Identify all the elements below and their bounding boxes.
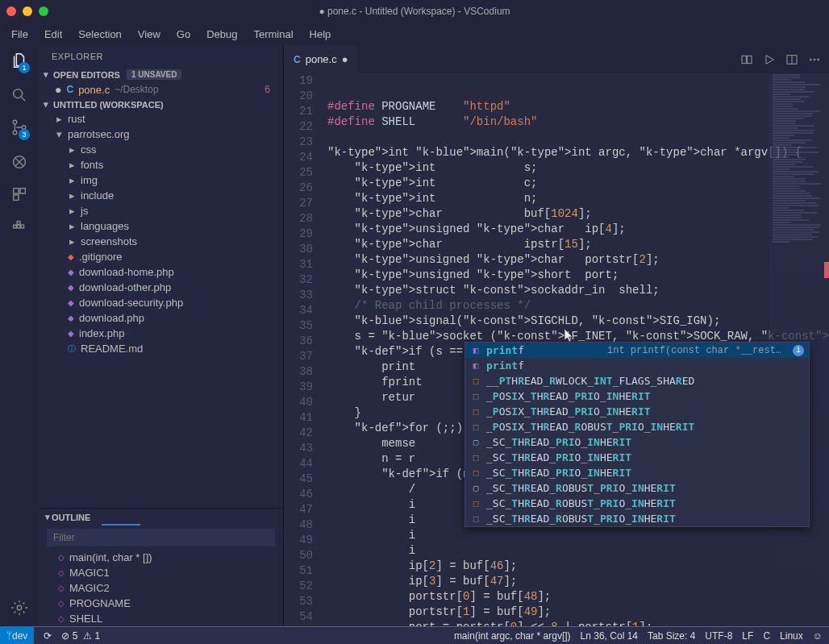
suggestion-item[interactable]: ⬚_POSIX_THREAD_ROBUST_PRIO_INHERIT bbox=[465, 419, 809, 434]
activity-scm[interactable]: 3 bbox=[10, 118, 28, 139]
outline-header[interactable]: ▾ OUTLINE bbox=[39, 509, 283, 526]
tree-item[interactable]: ◆.gitignore bbox=[39, 249, 283, 264]
code-line[interactable]: #define PROGNAME "httpd" bbox=[327, 99, 829, 114]
feedback-icon[interactable]: ☺ bbox=[813, 630, 823, 642]
outline-section: ▾ OUTLINE ◇main(int, char * [])◇MAGIC1◇M… bbox=[39, 508, 283, 626]
menu-go[interactable]: Go bbox=[170, 25, 197, 44]
code-line[interactable]: "k-type">unsigned "k-type">short port; bbox=[327, 268, 829, 283]
status-encoding[interactable]: UTF-8 bbox=[705, 630, 732, 642]
code-editor[interactable]: 1920212223242526272829303132333435363738… bbox=[284, 73, 829, 626]
open-editors-header[interactable]: ▾ OPEN EDITORS 1 UNSAVED bbox=[39, 68, 283, 81]
compare-icon[interactable] bbox=[740, 53, 753, 66]
menu-help[interactable]: Help bbox=[303, 25, 338, 44]
minimize-window-icon[interactable] bbox=[23, 6, 32, 16]
workspace-header[interactable]: ▾ UNTITLED (WORKSPACE) bbox=[39, 98, 283, 111]
suggestion-item[interactable]: ▢_SC_THREAD_PRIO_INHERIT bbox=[465, 434, 809, 450]
problems-indicator[interactable]: ⊘ 5 ⚠ 1 bbox=[61, 630, 100, 642]
tree-item[interactable]: ▸js bbox=[39, 203, 283, 218]
maximize-window-icon[interactable] bbox=[39, 6, 48, 16]
tree-item[interactable]: ◆download-home.php bbox=[39, 264, 283, 280]
extensions-icon[interactable] bbox=[10, 185, 28, 203]
suggest-widget[interactable]: ◧printfint printf(const char *__restrict… bbox=[464, 342, 810, 527]
branch-indicator[interactable]: ᛘ dev bbox=[0, 627, 34, 645]
run-icon[interactable] bbox=[763, 53, 776, 66]
code-line[interactable]: "k-type">char buf[1024]; bbox=[327, 206, 829, 222]
tree-item[interactable]: ▸screenshots bbox=[39, 234, 283, 249]
code-line[interactable]: ip[3] = buf[47]; bbox=[327, 574, 829, 589]
tree-item[interactable]: ▸languages bbox=[39, 218, 283, 234]
const-icon: ⬚ bbox=[470, 513, 481, 524]
code-content[interactable]: #define PROGNAME "httpd"#define SHELL "/… bbox=[327, 73, 829, 626]
outline-filter-input[interactable] bbox=[47, 529, 275, 546]
code-line[interactable]: "k-type">int s; bbox=[327, 160, 829, 176]
suggestion-item[interactable]: ◧printfint printf(const char *__restrict… bbox=[465, 343, 809, 358]
code-line[interactable]: "k-type">struct "k-const">sockaddr_in sh… bbox=[327, 283, 829, 298]
search-icon[interactable] bbox=[10, 86, 28, 104]
suggestion-item[interactable]: ⬚_POSIX_THREAD_PRIO_INHERIT bbox=[465, 388, 809, 404]
code-line[interactable]: portstr[1] = buf[49]; bbox=[327, 605, 829, 620]
code-line[interactable]: "k-type">char ipstr[15]; bbox=[327, 237, 829, 252]
menu-terminal[interactable]: Terminal bbox=[247, 25, 299, 44]
code-line[interactable]: ip[2] = buf[46]; bbox=[327, 559, 829, 574]
status-language[interactable]: C bbox=[763, 630, 770, 642]
suggestion-item[interactable]: ⬚_SC_THREAD_PRIO_INHERIT bbox=[465, 450, 809, 465]
code-line[interactable]: "k-type">unsigned "k-type">char ip[4]; bbox=[327, 222, 829, 237]
activity-explorer[interactable]: 1 bbox=[10, 52, 28, 72]
settings-gear-icon[interactable] bbox=[10, 599, 28, 617]
debug-icon[interactable] bbox=[10, 153, 28, 171]
more-icon[interactable] bbox=[808, 53, 821, 66]
tree-item[interactable]: ▸include bbox=[39, 188, 283, 203]
open-editor-item[interactable]: ● C pone.c ~/Desktop 6 bbox=[39, 81, 283, 98]
status-os[interactable]: Linux bbox=[780, 630, 803, 642]
tree-item[interactable]: ▸css bbox=[39, 142, 283, 157]
info-icon[interactable]: i bbox=[793, 345, 804, 356]
code-line[interactable]: "k-blue">signal("k-const">SIGCHLD, "k-co… bbox=[327, 314, 829, 329]
suggestion-item[interactable]: ◧printf bbox=[465, 358, 809, 373]
tree-item[interactable]: ▸fonts bbox=[39, 157, 283, 172]
tree-item[interactable]: ⓘREADME.md bbox=[39, 341, 283, 356]
tree-item[interactable]: ◆index.php bbox=[39, 326, 283, 341]
tree-item[interactable]: ◆download-other.php bbox=[39, 280, 283, 295]
outline-item[interactable]: ◇SHELL bbox=[39, 611, 283, 626]
suggestion-item[interactable]: ⬚_SC_THREAD_ROBUST_PRIO_INHERIT bbox=[465, 496, 809, 511]
suggestion-item[interactable]: ⬚_POSIX_THREAD_PRIO_INHERIT bbox=[465, 404, 809, 419]
suggestion-item[interactable]: ⬚_SC_THREAD_ROBUST_PRIO_INHERIT bbox=[465, 511, 809, 526]
tree-item[interactable]: ▾parrotsec.org bbox=[39, 127, 283, 142]
menu-selection[interactable]: Selection bbox=[72, 25, 127, 44]
menu-debug[interactable]: Debug bbox=[200, 25, 244, 44]
close-window-icon[interactable] bbox=[6, 6, 16, 16]
status-indent[interactable]: Tab Size: 4 bbox=[648, 630, 695, 642]
code-line[interactable] bbox=[327, 130, 829, 145]
tree-item[interactable]: ◆download.php bbox=[39, 310, 283, 326]
docker-icon[interactable] bbox=[10, 218, 28, 235]
code-line[interactable]: #define SHELL "/bin/bash" bbox=[327, 114, 829, 130]
tree-item[interactable]: ◆download-security.php bbox=[39, 295, 283, 310]
status-position[interactable]: Ln 36, Col 14 bbox=[581, 630, 638, 642]
menu-view[interactable]: View bbox=[131, 25, 167, 44]
code-line[interactable]: "k-type">unsigned "k-type">char portstr[… bbox=[327, 252, 829, 268]
code-line[interactable]: "k-type">int c; bbox=[327, 176, 829, 191]
tree-item[interactable]: ▸img bbox=[39, 172, 283, 188]
suggestion-item[interactable]: ▢_SC_THREAD_ROBUST_PRIO_INHERIT bbox=[465, 480, 809, 496]
sync-icon[interactable]: ⟳ bbox=[44, 630, 52, 642]
tab-pone-c[interactable]: C pone.c ● bbox=[284, 45, 358, 73]
suggestion-item[interactable]: ⬚_SC_THREAD_PRIO_INHERIT bbox=[465, 465, 809, 480]
outline-item[interactable]: ◇MAGIC1 bbox=[39, 565, 283, 580]
code-line[interactable]: port = portstr[0] << 8 | portstr[1]; bbox=[327, 620, 829, 626]
outline-item[interactable]: ◇MAGIC2 bbox=[39, 580, 283, 596]
code-line[interactable]: i bbox=[327, 528, 829, 543]
code-line[interactable]: "k-type">int n; bbox=[327, 191, 829, 206]
code-line[interactable]: "k-type">int "k-blue">main("k-type">int … bbox=[327, 145, 829, 160]
split-editor-icon[interactable] bbox=[785, 53, 798, 66]
code-line[interactable]: /* Reap child processes */ bbox=[327, 298, 829, 314]
code-line[interactable]: portstr[0] = buf[48]; bbox=[327, 589, 829, 605]
menu-edit[interactable]: Edit bbox=[38, 25, 69, 44]
status-function[interactable]: main(int argc, char * argv[]) bbox=[454, 630, 571, 642]
status-eol[interactable]: LF bbox=[742, 630, 753, 642]
outline-item[interactable]: ◇main(int, char * []) bbox=[39, 550, 283, 565]
code-line[interactable]: i bbox=[327, 543, 829, 559]
tree-item[interactable]: ▸rust bbox=[39, 111, 283, 127]
outline-item[interactable]: ◇PROGNAME bbox=[39, 596, 283, 611]
suggestion-item[interactable]: ⬚__PTHREAD_RWLOCK_INT_FLAGS_SHARED bbox=[465, 373, 809, 388]
menu-file[interactable]: File bbox=[5, 25, 35, 44]
